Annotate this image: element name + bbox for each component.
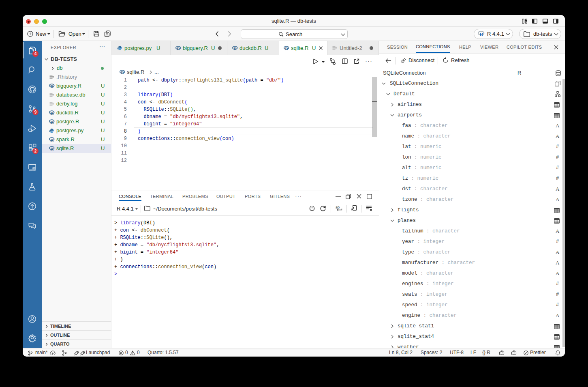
svg-text:R: R [50,111,54,115]
svg-text:R: R [177,46,180,51]
svg-text:R: R [121,70,124,75]
svg-text:R: R [285,46,289,51]
svg-text:R: R [50,146,54,151]
svg-text:R: R [233,46,237,51]
svg-text:R: R [479,31,483,37]
svg-text:R: R [50,138,54,142]
svg-text:ab: ab [336,205,340,209]
svg-text:R: R [50,84,54,88]
svg-text:R: R [50,120,54,124]
